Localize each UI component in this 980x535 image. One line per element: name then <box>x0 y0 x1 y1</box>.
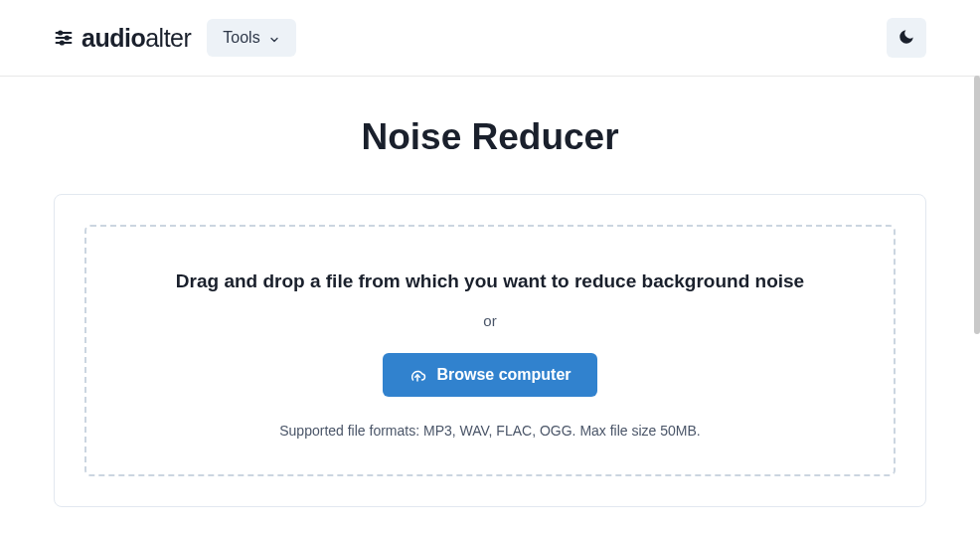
or-text: or <box>106 312 874 329</box>
header-left: audioalter Tools <box>54 19 296 57</box>
page-title: Noise Reducer <box>54 116 926 158</box>
theme-toggle-button[interactable] <box>887 18 926 58</box>
chevron-down-icon <box>268 32 280 44</box>
logo-text: audioalter <box>82 24 191 53</box>
header: audioalter Tools <box>0 0 980 77</box>
moon-icon <box>898 28 915 49</box>
svg-point-4 <box>66 36 69 39</box>
svg-point-5 <box>61 41 64 44</box>
browse-computer-button[interactable]: Browse computer <box>383 353 596 397</box>
tools-dropdown[interactable]: Tools <box>207 19 295 57</box>
supported-formats-text: Supported file formats: MP3, WAV, FLAC, … <box>106 423 874 439</box>
sliders-icon <box>54 28 74 48</box>
browse-label: Browse computer <box>436 366 571 384</box>
svg-point-3 <box>59 31 62 34</box>
upload-card: Drag and drop a file from which you want… <box>54 194 926 507</box>
logo[interactable]: audioalter <box>54 24 191 53</box>
main-content: Noise Reducer Drag and drop a file from … <box>0 77 980 507</box>
dropzone-heading: Drag and drop a file from which you want… <box>106 270 874 292</box>
scrollbar[interactable] <box>974 0 980 535</box>
dropzone[interactable]: Drag and drop a file from which you want… <box>84 225 896 476</box>
cloud-upload-icon <box>408 366 426 384</box>
scrollbar-thumb[interactable] <box>974 76 980 334</box>
tools-label: Tools <box>223 29 259 47</box>
